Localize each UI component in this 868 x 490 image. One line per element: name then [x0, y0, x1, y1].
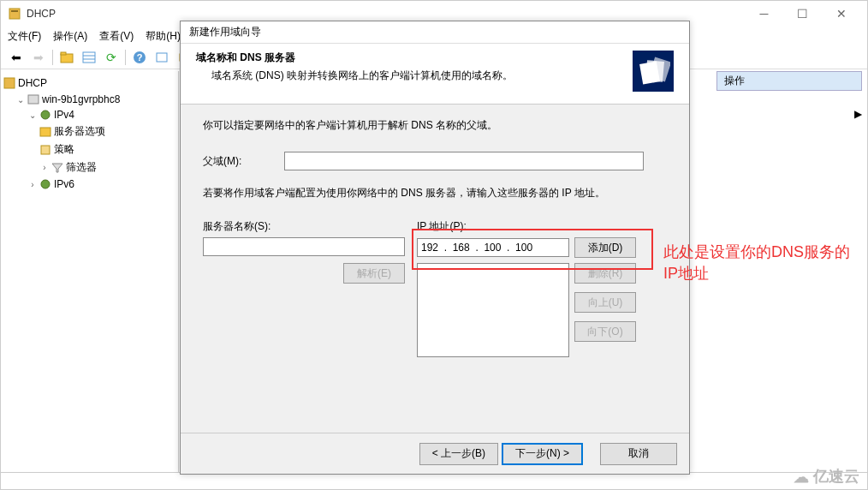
wizard-header-subtitle: 域名系统 (DNS) 映射并转换网络上的客户端计算机使用的域名称。 — [211, 69, 513, 83]
dns-server-listbox[interactable] — [417, 263, 569, 357]
refresh-icon[interactable]: ⟳ — [101, 48, 122, 67]
policy-icon — [39, 144, 54, 156]
menu-file[interactable]: 文件(F) — [8, 29, 41, 44]
wizard-header-title: 域名称和 DNS 服务器 — [196, 51, 513, 65]
menu-help[interactable]: 帮助(H) — [146, 29, 181, 44]
square-icon[interactable] — [152, 48, 172, 67]
tree-ipv6[interactable]: › IPv6 — [3, 176, 176, 192]
tree-ipv4[interactable]: ⌄ IPv4 — [3, 107, 176, 122]
dhcp-icon — [3, 76, 18, 90]
back-icon[interactable]: ⬅ — [6, 48, 27, 67]
menu-action[interactable]: 操作(A) — [53, 29, 87, 44]
wizard-title: 新建作用域向导 — [181, 21, 689, 44]
up-button[interactable]: 向上(U) — [574, 292, 636, 313]
collapse-icon[interactable]: ⌄ — [27, 111, 39, 120]
tree-panel: DHCP ⌄ win-9b1gvrpbhc8 ⌄ IPv4 服务器选项 策略 — [1, 71, 179, 472]
tree-policy[interactable]: 策略 — [3, 140, 176, 158]
tree-server[interactable]: ⌄ win-9b1gvrpbhc8 — [3, 92, 176, 107]
svg-rect-3 — [61, 52, 66, 55]
maximize-button[interactable]: ☐ — [783, 2, 822, 26]
app-icon — [8, 7, 21, 21]
back-button[interactable]: < 上一步(B) — [419, 443, 498, 465]
svg-point-16 — [41, 180, 50, 188]
svg-rect-0 — [9, 9, 20, 19]
watermark: ☁ 亿速云 — [794, 466, 859, 487]
next-button[interactable]: 下一步(N) > — [502, 443, 583, 465]
forward-icon[interactable]: ➡ — [28, 48, 49, 67]
parent-domain-input[interactable] — [284, 152, 644, 170]
window-controls: ─ ☐ ✕ — [745, 2, 860, 26]
svg-rect-11 — [4, 78, 15, 88]
annotation-text: 此处是设置你的DNS服务的IP地址 — [663, 242, 852, 284]
server-name-label: 服务器名称(S): — [203, 219, 405, 234]
svg-rect-1 — [11, 10, 18, 12]
parent-domain-label: 父域(M): — [203, 154, 284, 169]
actions-header: 操作 — [716, 71, 862, 91]
svg-text:?: ? — [137, 52, 143, 63]
expand-icon[interactable]: › — [39, 163, 51, 172]
dns-server-text: 若要将作用域客户端配置为使用你网络中的 DNS 服务器，请输入这些服务器的 IP… — [203, 186, 667, 200]
svg-rect-4 — [83, 52, 95, 63]
tree-server-options[interactable]: 服务器选项 — [3, 122, 176, 140]
window-title: DHCP — [27, 8, 56, 20]
server-name-input[interactable] — [203, 237, 405, 256]
ipv4-icon — [39, 109, 54, 121]
cancel-button[interactable]: 取消 — [600, 443, 677, 465]
right-arrow-icon[interactable]: ▶ — [854, 108, 862, 120]
help-icon[interactable]: ? — [129, 48, 150, 67]
wizard-intro-text: 你可以指定要网络中的客户端计算机用于解析 DNS 名称的父域。 — [203, 118, 667, 133]
minimize-button[interactable]: ─ — [745, 2, 783, 26]
list-icon[interactable] — [79, 48, 99, 67]
folder-icon[interactable] — [56, 48, 77, 67]
statusbar — [1, 472, 867, 489]
resolve-button[interactable]: 解析(E) — [343, 263, 405, 284]
down-button[interactable]: 向下(O) — [574, 321, 636, 342]
svg-point-13 — [41, 111, 50, 119]
svg-rect-9 — [157, 53, 167, 62]
server-icon — [27, 93, 42, 105]
menu-view[interactable]: 查看(V) — [99, 29, 134, 44]
wizard-footer: < 上一步(B) 下一步(N) > 取消 — [181, 433, 689, 474]
close-button[interactable]: ✕ — [822, 2, 860, 26]
collapse-icon[interactable]: ⌄ — [15, 95, 27, 105]
tree-filter[interactable]: › 筛选器 — [3, 158, 176, 176]
tree-root[interactable]: DHCP — [3, 75, 176, 92]
ipv6-icon — [39, 178, 54, 190]
wizard-banner-icon — [633, 51, 674, 92]
svg-rect-15 — [41, 146, 50, 154]
wizard-header: 域名称和 DNS 服务器 域名系统 (DNS) 映射并转换网络上的客户端计算机使… — [181, 44, 689, 105]
svg-rect-14 — [40, 128, 51, 136]
annotation-highlight — [412, 229, 653, 270]
options-icon — [39, 126, 54, 138]
expand-icon[interactable]: › — [27, 180, 39, 189]
svg-rect-12 — [28, 95, 39, 104]
filter-icon — [51, 162, 66, 174]
